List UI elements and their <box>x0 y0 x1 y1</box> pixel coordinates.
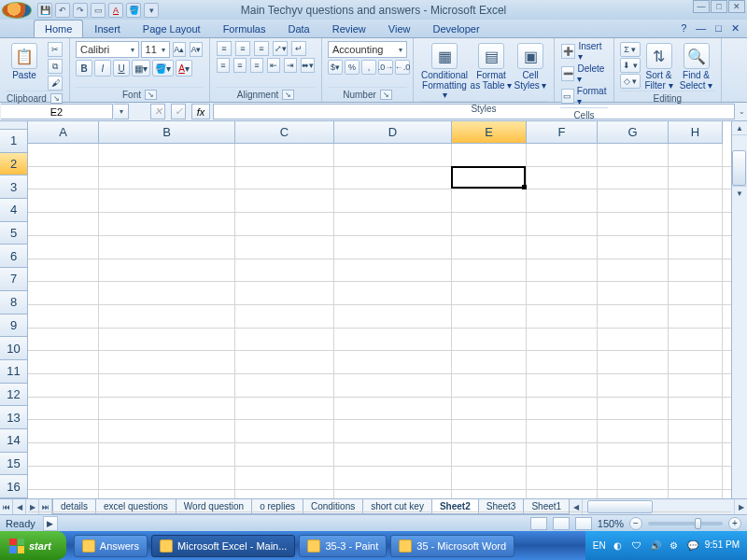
paste-button[interactable]: 📋 Paste <box>6 40 43 91</box>
horizontal-scrollbar[interactable]: ◀ ▶ <box>569 499 747 514</box>
cancel-formula-icon[interactable]: ✕ <box>150 104 165 119</box>
zoom-level[interactable]: 150% <box>598 518 624 529</box>
zoom-slider[interactable] <box>648 522 723 525</box>
orientation-icon[interactable]: ⤢▾ <box>273 41 288 56</box>
align-left-icon[interactable]: ≡ <box>217 58 230 73</box>
number-format-select[interactable]: Accounting▾ <box>328 41 407 58</box>
zoom-out-button[interactable]: − <box>629 517 642 530</box>
column-header[interactable]: E <box>452 121 527 144</box>
fill-color-button[interactable]: 🪣▾ <box>152 60 174 77</box>
clipboard-launcher[interactable]: ↘ <box>50 93 63 104</box>
tab-developer[interactable]: Developer <box>421 20 490 37</box>
column-header[interactable]: H <box>669 121 723 144</box>
qat-dropdown-icon[interactable]: ▾ <box>144 3 159 18</box>
cell-styles-button[interactable]: ▣ Cell Styles ▾ <box>513 40 548 101</box>
insert-function-button[interactable]: fx <box>191 104 210 119</box>
row-header[interactable]: 4 <box>0 199 28 222</box>
merge-center-icon[interactable]: ⬌▾ <box>301 58 315 73</box>
column-header[interactable]: D <box>334 121 452 144</box>
scroll-up-icon[interactable]: ▲ <box>732 121 747 135</box>
decrease-decimal-icon[interactable]: ←.0 <box>395 60 410 75</box>
row-header[interactable]: 2 <box>0 153 28 176</box>
row-header[interactable]: 13 <box>0 406 28 429</box>
font-color-icon[interactable]: A <box>108 3 123 18</box>
page-layout-view-icon[interactable] <box>553 517 570 530</box>
column-header[interactable]: A <box>28 121 99 144</box>
select-all-corner[interactable] <box>0 121 28 130</box>
start-button[interactable]: start <box>0 531 66 560</box>
underline-button[interactable]: U <box>113 60 130 77</box>
bold-button[interactable]: B <box>76 60 92 77</box>
doc-minimize-icon[interactable]: — <box>696 22 706 35</box>
tab-view[interactable]: View <box>377 20 422 37</box>
increase-decimal-icon[interactable]: .0→ <box>378 60 393 75</box>
border-button[interactable]: ▦▾ <box>132 60 150 77</box>
column-header[interactable]: B <box>99 121 235 144</box>
hscroll-thumb[interactable] <box>587 500 653 513</box>
align-center-icon[interactable]: ≡ <box>233 58 247 73</box>
row-header[interactable]: 11 <box>0 360 28 384</box>
currency-button[interactable]: $▾ <box>328 60 343 75</box>
conditional-formatting-button[interactable]: ▦ Conditional Formatting ▾ <box>419 40 470 101</box>
alignment-launcher[interactable]: ↘ <box>282 90 294 100</box>
minimize-button[interactable]: — <box>693 0 710 13</box>
scroll-down-icon[interactable]: ▼ <box>732 186 747 200</box>
active-cell[interactable] <box>451 166 526 189</box>
column-header[interactable]: F <box>527 121 598 144</box>
font-size-select[interactable]: 11▾ <box>141 41 170 58</box>
clock[interactable]: 9:51 PM <box>705 540 740 551</box>
row-header[interactable]: 5 <box>0 222 28 245</box>
format-painter-icon[interactable]: 🖌 <box>48 76 63 91</box>
shrink-font-icon[interactable]: A▾ <box>190 42 203 57</box>
new-icon[interactable]: ▭ <box>91 3 106 18</box>
sort-filter-button[interactable]: ⇅ Sort & Filter ▾ <box>641 40 678 91</box>
taskbar-item[interactable]: Answers <box>74 535 148 557</box>
tray-icon[interactable]: ⚙ <box>668 539 681 553</box>
tray-icon[interactable]: 💬 <box>686 539 699 553</box>
tab-home[interactable]: Home <box>34 20 83 37</box>
close-button[interactable]: ✕ <box>728 0 745 13</box>
tab-insert[interactable]: Insert <box>83 20 132 37</box>
normal-view-icon[interactable] <box>530 517 547 530</box>
language-indicator[interactable]: EN <box>593 539 606 553</box>
format-cells-button[interactable]: Format ▾ <box>577 86 608 106</box>
format-cells-icon[interactable]: ▭ <box>561 89 574 104</box>
save-icon[interactable]: 💾 <box>37 3 52 18</box>
clear-button[interactable]: ◇ ▾ <box>620 74 641 89</box>
enter-formula-icon[interactable]: ✓ <box>171 104 186 119</box>
taskbar-item[interactable]: 35 - Microsoft Word <box>390 535 514 557</box>
insert-cells-icon[interactable]: ➕ <box>561 44 575 59</box>
scroll-left-icon[interactable]: ◀ <box>570 499 583 514</box>
tab-page-layout[interactable]: Page Layout <box>132 20 212 37</box>
grow-font-icon[interactable]: A▴ <box>173 42 186 57</box>
row-header[interactable]: 12 <box>0 384 28 407</box>
italic-button[interactable]: I <box>94 60 111 77</box>
undo-icon[interactable]: ↶ <box>55 3 70 18</box>
delete-cells-button[interactable]: Delete ▾ <box>577 63 608 84</box>
tray-icon[interactable]: 🛡 <box>630 539 643 553</box>
column-header[interactable]: C <box>235 121 334 144</box>
first-sheet-icon[interactable]: ⏮ <box>0 499 13 514</box>
tray-icon[interactable]: 🔊 <box>649 539 662 553</box>
decrease-indent-icon[interactable]: ⇤ <box>267 58 280 73</box>
taskbar-item[interactable]: 35-3 - Paint <box>299 535 387 557</box>
row-header[interactable]: 10 <box>0 337 28 360</box>
row-header[interactable]: 14 <box>0 429 28 453</box>
align-bottom-icon[interactable]: ≡ <box>254 41 269 56</box>
delete-cells-icon[interactable]: ➖ <box>561 66 574 81</box>
zoom-in-button[interactable]: + <box>728 517 741 530</box>
expand-formula-bar-icon[interactable]: ⌄ <box>736 103 747 120</box>
column-header[interactable]: G <box>598 121 669 144</box>
row-header[interactable]: 3 <box>0 175 28 199</box>
name-box-dropdown[interactable]: ▾ <box>114 104 129 119</box>
percent-button[interactable]: % <box>345 60 359 75</box>
align-right-icon[interactable]: ≡ <box>250 58 263 73</box>
row-header[interactable]: 6 <box>0 245 28 268</box>
format-as-table-button[interactable]: ▤ Format as Table ▾ <box>470 40 513 101</box>
help-icon[interactable]: ? <box>681 22 686 35</box>
wrap-text-icon[interactable]: ↵ <box>291 41 306 56</box>
insert-cells-button[interactable]: Insert ▾ <box>578 41 608 62</box>
row-header[interactable]: 1 <box>0 130 28 153</box>
office-button[interactable] <box>2 2 32 19</box>
row-header[interactable]: 9 <box>0 315 28 338</box>
